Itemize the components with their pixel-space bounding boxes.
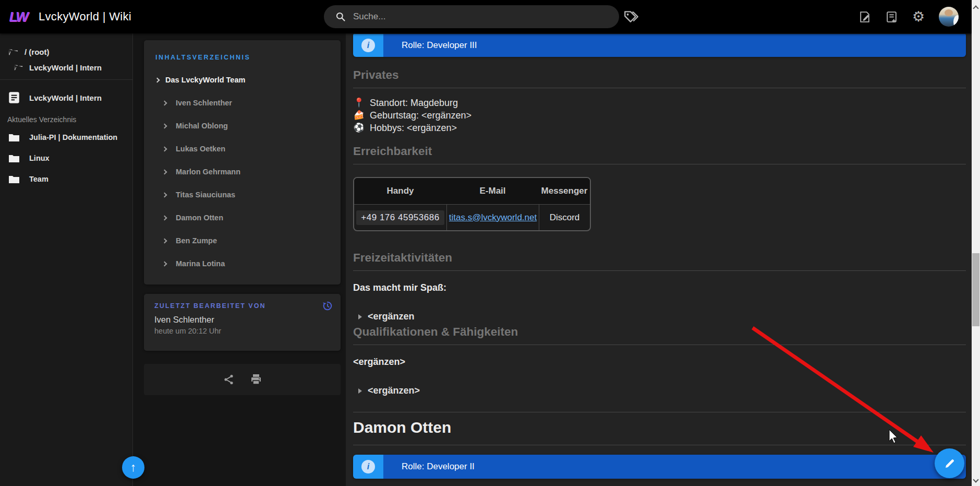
reachability-heading: Erreichbarkeit xyxy=(353,145,966,164)
list-item: ⚽Hobbys: <ergänzen> xyxy=(353,122,966,134)
toc-header: INHALTSVERZEICHNIS xyxy=(144,54,341,68)
folder-icon xyxy=(8,154,20,163)
chevron-right-icon xyxy=(162,261,167,266)
last-edited-label: ZULETZT BEARBEITET VON xyxy=(154,302,330,310)
breadcrumb-root[interactable]: / (root) xyxy=(0,44,132,60)
vertical-scrollbar[interactable] xyxy=(972,0,980,486)
contact-table: Handy E-Mail Messenger +49 176 45953686 … xyxy=(353,177,591,231)
scroll-to-top-button[interactable]: ↑ xyxy=(122,456,144,479)
current-page-item[interactable]: LvckyWorld | Intern xyxy=(0,86,132,109)
role-alert: i Rolle: Developer II xyxy=(353,455,966,479)
table-of-contents: INHALTSVERZEICHNIS Das LvckyWorld Team I… xyxy=(144,40,341,285)
bullet-item: <ergänzen xyxy=(358,311,966,322)
list-item: 📍Standort: Magdeburg xyxy=(353,97,966,109)
table-row: +49 176 45953686 titas.s@lvckyworld.net … xyxy=(354,204,590,230)
sidebar-folder-linux[interactable]: Linux xyxy=(0,148,132,169)
table-header: E-Mail xyxy=(446,178,539,204)
folder-icon xyxy=(8,133,20,142)
soccer-ball-icon: ⚽ xyxy=(353,122,365,134)
email-link[interactable]: titas.s@lvckyworld.net xyxy=(449,212,537,223)
bullet-triangle-icon xyxy=(358,388,362,394)
user-avatar[interactable] xyxy=(939,7,959,27)
member-heading: Damon Otten xyxy=(353,419,966,445)
chevron-right-icon xyxy=(162,192,167,197)
search-icon xyxy=(335,11,346,22)
toc-item[interactable]: Ben Zumpe xyxy=(144,229,341,252)
role-alert-text: Rolle: Developer II xyxy=(383,455,966,479)
sidebar-folder-team[interactable]: Team xyxy=(0,169,132,189)
chevron-right-icon xyxy=(162,169,167,174)
search-input[interactable] xyxy=(353,11,572,22)
sidebar-folder-julia[interactable]: Julia-PI | Dokumentation xyxy=(0,127,132,148)
chevron-right-icon xyxy=(162,100,167,105)
last-edited-name: Iven Schlenther xyxy=(154,315,330,325)
last-edited-time: heute um 20:12 Uhr xyxy=(154,327,330,335)
last-edited-card: ZULETZT BEARBEITET VON Iven Schlenther h… xyxy=(144,294,341,351)
edit-page-fab[interactable] xyxy=(935,448,964,478)
top-bar: LW LvckyWorld | Wiki ⚙ xyxy=(0,0,972,33)
qualifications-text: <ergänzen> xyxy=(353,357,966,368)
privates-heading: Privates xyxy=(353,68,966,88)
breadcrumb-child[interactable]: LvckyWorld | Intern xyxy=(0,60,132,75)
toc-item[interactable]: Lukas Oetken xyxy=(144,137,341,160)
toc-item[interactable]: Marina Lotina xyxy=(144,252,341,275)
info-icon: i xyxy=(353,34,383,57)
folder-icon xyxy=(8,175,20,184)
toc-item[interactable]: Damon Otten xyxy=(144,206,341,229)
freizeit-heading: Freizeitaktivitäten xyxy=(353,251,966,271)
phone-number[interactable]: +49 176 45953686 xyxy=(356,210,444,225)
messenger-value: Discord xyxy=(539,204,590,230)
scrollbar-up-arrow[interactable] xyxy=(973,5,978,11)
list-item: 🍰Geburtstag: <ergänzen> xyxy=(353,109,966,122)
toc-item[interactable]: Marlon Gehrmann xyxy=(144,160,341,183)
page-actions-bar xyxy=(144,364,341,395)
tags-icon[interactable] xyxy=(623,9,639,24)
history-icon[interactable] xyxy=(322,300,333,312)
bullet-triangle-icon xyxy=(358,314,362,319)
cake-icon: 🍰 xyxy=(353,109,365,122)
role-alert: i Rolle: Developer III xyxy=(353,34,966,57)
new-page-icon[interactable] xyxy=(885,10,898,23)
chevron-right-icon xyxy=(162,215,167,220)
scrollbar-down-arrow[interactable] xyxy=(973,477,978,482)
chevron-right-icon xyxy=(162,123,167,128)
page-content: i Rolle: Developer III Privates 📍Standor… xyxy=(346,33,972,486)
table-header: Messenger xyxy=(539,178,590,204)
table-header: Handy xyxy=(354,178,446,204)
freizeit-intro: Das macht mir Spaß: xyxy=(353,282,966,293)
print-icon[interactable] xyxy=(250,373,262,386)
folder-open-icon xyxy=(14,64,23,71)
toc-item[interactable]: Titas Siauciunas xyxy=(144,183,341,206)
settings-gear-icon[interactable]: ⚙ xyxy=(912,10,925,23)
search-bar[interactable] xyxy=(324,5,619,28)
sidebar-section-label: Aktuelles Verzeichnis xyxy=(0,109,132,127)
chevron-right-icon xyxy=(162,146,167,151)
qualifications-heading: Qualifikationen & Fähigkeiten xyxy=(353,325,966,345)
role-alert-text: Rolle: Developer III xyxy=(383,34,966,57)
edit-page-icon[interactable] xyxy=(857,10,871,23)
app-title: LvckyWorld | Wiki xyxy=(39,10,131,23)
section-divider xyxy=(353,412,966,412)
journal-icon xyxy=(7,91,21,104)
toc-item[interactable]: Michal Oblong xyxy=(144,114,341,137)
navigation-sidebar: / (root) LvckyWorld | Intern LvckyWorld … xyxy=(0,33,133,486)
app-logo[interactable]: LW xyxy=(9,8,27,26)
bullet-item: <ergänzen> xyxy=(358,385,966,396)
folder-open-icon xyxy=(8,48,18,56)
scrollbar-thumb[interactable] xyxy=(972,253,979,326)
pin-icon: 📍 xyxy=(353,97,365,109)
chevron-right-icon xyxy=(162,238,167,243)
toc-item[interactable]: Iven Schlenther xyxy=(144,91,341,114)
toc-root-item[interactable]: Das LvckyWorld Team xyxy=(144,68,341,91)
privates-list: 📍Standort: Magdeburg 🍰Geburtstag: <ergän… xyxy=(353,97,966,134)
sidebar-divider xyxy=(0,79,132,80)
pencil-icon xyxy=(943,457,956,470)
info-icon: i xyxy=(353,455,383,479)
chevron-right-icon xyxy=(155,77,160,82)
share-icon[interactable] xyxy=(223,373,235,386)
